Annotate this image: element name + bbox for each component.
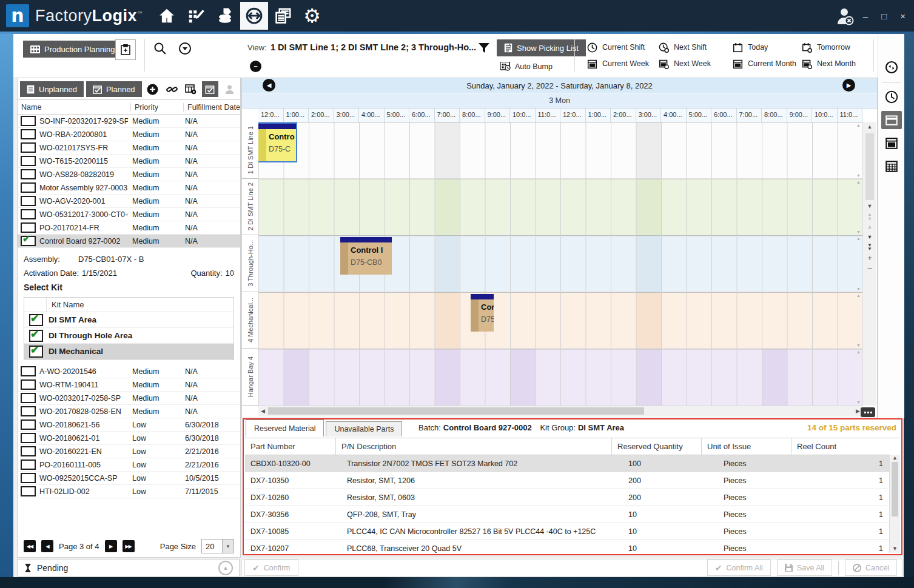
gantt-horizontal-scrollbar[interactable]: ◀ ▶ <box>258 406 862 416</box>
work-order-row[interactable]: ✔ WO-20180621-01 Low 6/30/2018 <box>18 432 240 445</box>
filter-icon[interactable] <box>478 42 490 54</box>
kit-checkbox[interactable]: ✔ <box>29 346 43 358</box>
kit-checkbox[interactable]: ✔ <box>29 314 43 326</box>
work-order-row[interactable]: ✔ SO-INF-02032017-929-SP Medium N/A <box>18 115 240 128</box>
work-order-row[interactable]: ✔ A-WO-20201546 Medium N/A <box>18 365 240 378</box>
kit-checkbox[interactable]: ✔ <box>29 330 43 342</box>
column-name[interactable]: Name <box>18 103 131 112</box>
keyboard-icon[interactable] <box>861 407 875 417</box>
part-row[interactable]: DX7-30356 QFP-208, SMT, Tray 10 Pieces 1 <box>245 506 900 523</box>
work-order-checkbox[interactable]: ✔ <box>21 419 36 430</box>
maximize-button[interactable]: □ <box>881 11 887 21</box>
next-month-button[interactable]: Next Month <box>802 56 856 71</box>
row-scroll-down-icon[interactable]: ▼ <box>856 343 861 347</box>
part-row[interactable]: DX7-10085 PLCC44, IC CAN Microcontroller… <box>245 523 900 540</box>
gantt-bar[interactable]: ControD75-C <box>258 124 296 161</box>
tab-unplanned[interactable]: Unplanned <box>20 81 84 97</box>
zoom-in-icon[interactable]: + <box>863 253 876 263</box>
column-reel-count[interactable]: Reel Count <box>791 442 900 451</box>
work-order-row[interactable]: ✔ WO-20180621-56 Low 6/30/2018 <box>18 418 240 432</box>
current-shift-button[interactable]: Current Shift <box>587 40 645 55</box>
zoom-top-icon[interactable]: ▲▲ <box>863 212 876 222</box>
work-order-row[interactable]: ✔ WO-T615-20200115 Medium N/A <box>18 155 240 168</box>
work-order-checkbox[interactable]: ✔ <box>21 209 36 219</box>
work-order-checkbox[interactable]: ✔ <box>21 129 36 139</box>
user-signed-out-icon[interactable] <box>834 5 856 27</box>
confirm-all-button[interactable]: ✔Confirm All <box>707 560 771 576</box>
work-order-row[interactable]: ✔ WO-02032017-0258-SP Medium N/A <box>18 392 240 405</box>
previous-page-button[interactable]: ◀ <box>41 540 53 552</box>
scrollbar-thumb[interactable] <box>268 407 644 415</box>
previous-period-icon[interactable]: ◀ <box>263 79 275 92</box>
exchange-icon[interactable] <box>240 2 268 30</box>
page-up-icon[interactable]: ▲ <box>863 222 876 232</box>
column-fulfillment-date[interactable]: Fulfillment Date <box>184 103 240 112</box>
work-order-row[interactable]: ✔ WO-09252015CCA-SP Low 10/5/2015 <box>18 472 240 485</box>
scrollbar-thumb[interactable] <box>892 462 898 516</box>
work-order-checkbox[interactable]: ✔ <box>21 366 36 376</box>
tab-planned[interactable]: Planned <box>86 81 142 97</box>
add-work-order-icon[interactable] <box>144 81 161 97</box>
batch-clipboard-button[interactable] <box>115 39 136 60</box>
gantt-row[interactable]: ▲▼ <box>258 179 862 236</box>
work-order-row[interactable]: ✔ WO-05312017-3000-CT0-01 Medium N/A <box>18 208 240 221</box>
shift-view-icon[interactable] <box>881 88 902 106</box>
settings-gear-icon[interactable]: ⚙ <box>298 2 326 30</box>
work-order-row[interactable]: ✔ WO-20160221-EN Low 2/21/2016 <box>18 445 240 458</box>
production-planning-button[interactable]: Production Planning <box>23 41 122 58</box>
current-month-button[interactable]: Current Month <box>733 56 796 71</box>
assign-person-icon[interactable] <box>221 81 238 97</box>
production-planning-icon[interactable] <box>182 2 210 30</box>
next-page-button[interactable]: ▶ <box>105 540 117 552</box>
month-view-icon[interactable] <box>881 157 902 175</box>
link-icon[interactable] <box>163 81 180 97</box>
next-period-icon[interactable]: ▶ <box>842 79 855 92</box>
work-order-checkbox[interactable]: ✔ <box>21 156 36 166</box>
work-order-checkbox[interactable]: ✔ <box>21 406 36 416</box>
work-order-row[interactable]: ✔ Control Board 927-0002 Medium N/A <box>18 235 240 248</box>
gantt-row[interactable]: ▲▼ <box>258 122 862 179</box>
scrollbar-thumb[interactable] <box>865 133 874 200</box>
row-scroll-down-icon[interactable]: ▼ <box>856 230 861 234</box>
schedule-mode-icon[interactable] <box>202 81 219 97</box>
column-priority[interactable]: Priority <box>131 103 184 112</box>
column-part-number[interactable]: Part Number <box>245 438 336 455</box>
work-order-checkbox[interactable]: ✔ <box>21 459 36 470</box>
tomorrow-button[interactable]: Tomorrow <box>802 40 850 55</box>
minus-circle-icon[interactable]: – <box>250 61 261 72</box>
work-order-row[interactable]: ✔ WO-RBA-20200801 Medium N/A <box>18 128 240 141</box>
save-all-button[interactable]: Save All <box>777 560 832 576</box>
gantt-bar[interactable]: Control ID75-CB0 <box>340 237 392 275</box>
work-order-checkbox[interactable]: ✔ <box>21 473 36 483</box>
last-page-button[interactable]: ▶▶ <box>123 540 135 552</box>
next-shift-button[interactable]: Next Shift <box>659 40 707 55</box>
part-row[interactable]: DX7-10350 Resistor, SMT, 1206 200 Pieces… <box>245 472 900 489</box>
work-order-checkbox[interactable]: ✔ <box>21 116 36 126</box>
next-week-button[interactable]: Next Week <box>659 56 711 71</box>
scroll-right-icon[interactable]: ▶ <box>856 408 860 414</box>
scroll-up-icon[interactable]: ▲ <box>890 455 900 461</box>
tab-unavailable-parts[interactable]: Unavailable Parts <box>326 421 402 436</box>
work-order-checkbox[interactable]: ✔ <box>21 486 36 496</box>
work-order-row[interactable]: ✔ PO-20170214-FR Medium N/A <box>18 221 240 235</box>
current-week-button[interactable]: Current Week <box>587 56 649 71</box>
row-scroll-up-icon[interactable]: ▲ <box>856 123 861 127</box>
row-scroll-up-icon[interactable]: ▲ <box>856 350 861 354</box>
refresh-icon[interactable] <box>881 58 902 76</box>
work-order-row[interactable]: ✔ Motor Assembly 927-0003 Medium N/A <box>18 181 240 195</box>
work-order-checkbox[interactable]: ✔ <box>21 196 36 206</box>
work-order-row[interactable]: ✔ WO-20170828-0258-EN Medium N/A <box>18 405 240 418</box>
row-scroll-up-icon[interactable]: ▲ <box>856 180 861 184</box>
scroll-down-icon[interactable]: ▼ <box>863 201 876 212</box>
work-order-checkbox[interactable]: ✔ <box>21 236 36 246</box>
work-order-checkbox[interactable]: ✔ <box>21 393 36 403</box>
row-scroll-up-icon[interactable]: ▲ <box>856 293 861 298</box>
part-row[interactable]: DX7-10260 Resistor, SMT, 0603 200 Pieces… <box>245 489 900 506</box>
close-button[interactable]: × <box>900 11 906 21</box>
row-scroll-up-icon[interactable]: ▲ <box>856 236 861 241</box>
column-unit-of-issue[interactable]: Unit of Issue <box>702 438 791 455</box>
row-scroll-down-icon[interactable]: ▼ <box>856 173 861 178</box>
first-page-button[interactable]: ◀◀ <box>24 540 36 552</box>
part-row[interactable]: DX7-10207 PLCC68, Transceiver 20 Quad 5V… <box>245 540 900 557</box>
material-icon[interactable] <box>211 2 239 30</box>
